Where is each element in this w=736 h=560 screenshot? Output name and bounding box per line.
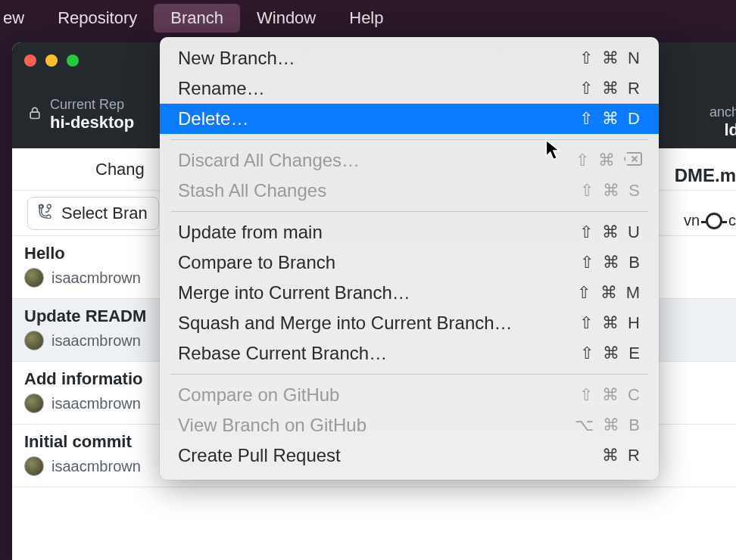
- menu-item-label: Compare on GitHub: [178, 384, 339, 406]
- delete-icon: [624, 152, 642, 166]
- shortcut: ⌥ ⌘ B: [575, 415, 642, 435]
- commit-author: isaacmbrown: [51, 395, 141, 412]
- menu-item-discard-all: Discard All Changes… ⇧ ⌘: [160, 145, 659, 176]
- branch-menu: New Branch… ⇧ ⌘ N Rename… ⇧ ⌘ R Delete… …: [160, 37, 659, 480]
- current-repo-label: Current Rep: [50, 97, 134, 113]
- menu-item-label: View Branch on GitHub: [178, 415, 366, 436]
- current-branch-name: ld: [709, 120, 736, 140]
- menu-item-label: Compare to Branch: [178, 252, 335, 273]
- menu-item-rebase[interactable]: Rebase Current Branch… ⇧ ⌘ E: [160, 338, 659, 369]
- menu-item-delete[interactable]: Delete… ⇧ ⌘ D: [160, 104, 659, 134]
- commit-author: isaacmbrown: [51, 458, 141, 475]
- menu-item-label: Discard All Changes…: [178, 150, 360, 171]
- menu-item-label: New Branch…: [178, 48, 295, 69]
- menu-item-compare-on-github: Compare on GitHub ⇧ ⌘ C: [160, 380, 659, 410]
- shortcut: ⇧ ⌘ S: [580, 181, 642, 201]
- commit-author: isaacmbrown: [51, 332, 141, 350]
- avatar: [24, 268, 44, 288]
- menu-view[interactable]: ew: [3, 4, 41, 33]
- current-branch-label: anch: [709, 104, 736, 120]
- zoom-icon[interactable]: [67, 54, 79, 67]
- git-branch-icon: [39, 204, 54, 222]
- menu-item-update-from-main[interactable]: Update from main ⇧ ⌘ U: [160, 217, 659, 247]
- menu-item-label: Squash and Merge into Current Branch…: [178, 313, 513, 334]
- menu-item-stash-all: Stash All Changes ⇧ ⌘ S: [160, 176, 659, 206]
- menu-item-create-pull-request[interactable]: Create Pull Request ⌘ R: [160, 440, 659, 471]
- shortcut: ⇧ ⌘ B: [580, 253, 642, 272]
- menu-help[interactable]: Help: [332, 4, 400, 33]
- tab-changes[interactable]: Chang: [95, 160, 145, 179]
- menu-separator: [170, 374, 648, 375]
- lock-icon: [20, 105, 50, 124]
- select-branch-dropdown[interactable]: Select Bran: [27, 197, 159, 230]
- current-branch-button[interactable]: anch ld: [709, 104, 736, 140]
- select-branch-label: Select Bran: [61, 204, 148, 223]
- current-repository-button[interactable]: Current Rep hi-desktop: [50, 97, 134, 132]
- menu-item-label: Rename…: [178, 78, 265, 99]
- menu-window[interactable]: Window: [240, 4, 332, 33]
- close-icon[interactable]: [24, 54, 36, 67]
- shortcut: ⇧ ⌘ M: [577, 283, 642, 303]
- commit-icon: [706, 213, 722, 229]
- shortcut: ⇧ ⌘ R: [579, 79, 642, 98]
- minimize-icon[interactable]: [45, 54, 58, 67]
- menu-separator: [170, 139, 648, 140]
- menu-item-label: Create Pull Request: [178, 445, 341, 466]
- shortcut: ⇧ ⌘: [575, 151, 642, 170]
- shortcut: ⇧ ⌘ U: [579, 222, 642, 242]
- shortcut: ⇧ ⌘ H: [579, 313, 642, 333]
- menubar: ew Repository Branch Window Help: [0, 0, 736, 36]
- menu-item-compare-to-branch[interactable]: Compare to Branch ⇧ ⌘ B: [160, 247, 659, 278]
- menu-item-label: Stash All Changes: [178, 180, 326, 201]
- avatar: [24, 394, 44, 413]
- commit-ref-hash-fragment: c: [728, 212, 736, 229]
- menu-item-new-branch[interactable]: New Branch… ⇧ ⌘ N: [160, 43, 659, 73]
- commit-ref-author-fragment: vn: [684, 212, 700, 229]
- menu-item-label: Rebase Current Branch…: [178, 343, 387, 364]
- menu-item-label: Update from main: [178, 222, 323, 243]
- menu-separator: [170, 211, 648, 212]
- shortcut: ⇧ ⌘ C: [579, 385, 642, 405]
- avatar: [24, 331, 44, 350]
- menu-item-label: Delete…: [178, 108, 248, 129]
- menu-item-view-branch-on-github: View Branch on GitHub ⌥ ⌘ B: [160, 410, 659, 440]
- shortcut: ⇧ ⌘ D: [579, 109, 642, 129]
- commit-ref-row: vn c: [684, 212, 736, 229]
- current-repo-name: hi-desktop: [50, 113, 134, 132]
- avatar: [24, 456, 44, 476]
- menu-branch[interactable]: Branch: [154, 4, 240, 33]
- menu-item-merge-into-current[interactable]: Merge into Current Branch… ⇧ ⌘ M: [160, 278, 659, 308]
- menu-repository[interactable]: Repository: [41, 4, 154, 33]
- file-header: DME.m: [675, 165, 736, 186]
- svg-rect-0: [30, 112, 39, 118]
- menu-item-rename[interactable]: Rename… ⇧ ⌘ R: [160, 73, 659, 104]
- menu-item-squash-merge[interactable]: Squash and Merge into Current Branch… ⇧ …: [160, 308, 659, 338]
- commit-author: isaacmbrown: [51, 269, 141, 287]
- shortcut: ⌘ R: [602, 446, 642, 465]
- shortcut: ⇧ ⌘ N: [579, 48, 642, 68]
- menu-item-label: Merge into Current Branch…: [178, 282, 410, 303]
- shortcut: ⇧ ⌘ E: [580, 344, 642, 363]
